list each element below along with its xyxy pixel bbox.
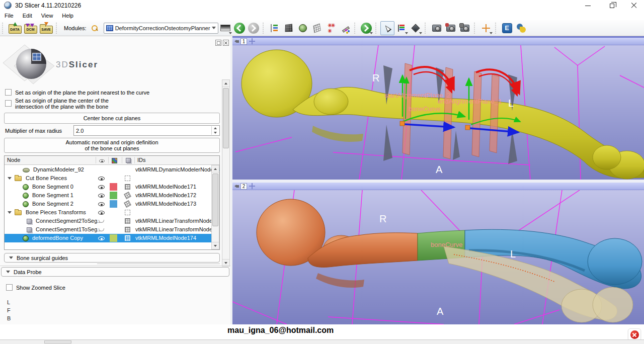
markups-button[interactable] — [324, 21, 338, 35]
diamond-tool-button[interactable] — [409, 21, 423, 35]
table-row-bone-segment-0[interactable]: Bone Segment 0 vtkMRMLModelNode171 — [5, 183, 211, 191]
table-row-connectsegment1[interactable]: ConnectSegment1ToSeg... vtkMRMLLinearTra… — [5, 225, 211, 234]
view-layout-button[interactable] — [268, 21, 282, 35]
module-search-button[interactable] — [89, 21, 101, 35]
auto-normal-origin-button[interactable]: Automatic normal and origin definition o… — [4, 138, 220, 153]
table-row-connectsegment2[interactable]: ConnectSegment2ToSeg... vtkMRMLLinearTra… — [5, 217, 211, 225]
pin-icon[interactable] — [234, 185, 239, 188]
sphere-view-button[interactable] — [296, 21, 310, 35]
module-forward-button[interactable] — [247, 21, 261, 35]
view1-header[interactable]: 1 — [232, 38, 644, 45]
table-row-bone-pieces-transforms[interactable]: Bone Pieces Transforms — [5, 208, 211, 217]
toolbar-handle — [56, 23, 59, 34]
scrollbar-thumb[interactable] — [212, 174, 218, 226]
chevron-down-icon — [490, 32, 493, 34]
orientation-a: A — [436, 164, 443, 175]
view-controller-icon[interactable] — [249, 38, 255, 44]
visibility-closed-eye-icon[interactable] — [99, 220, 104, 223]
menu-file[interactable]: File — [0, 11, 18, 20]
origin-center-checkbox[interactable] — [5, 100, 12, 107]
multiplier-spinbox[interactable]: 2.0 — [73, 125, 220, 136]
visibility-eye-icon[interactable] — [98, 202, 105, 206]
load-dicom-button[interactable]: DCM — [23, 21, 38, 35]
visibility-eye-icon[interactable] — [98, 236, 105, 240]
transform-grid-icon[interactable] — [125, 235, 130, 241]
table-row-cut-bone-pieces[interactable]: Cut Bone Pieces — [5, 174, 211, 183]
view1-3d[interactable]: startAlignmentPlane_2 endAlignmentPlane_… — [232, 45, 644, 180]
table-row-bone-segment-2[interactable]: Bone Segment 2 vtkMRMLModelNode173 — [5, 200, 211, 208]
scroll-down-arrow[interactable] — [212, 242, 219, 249]
python-console-button[interactable] — [514, 21, 528, 35]
visibility-eye-icon[interactable] — [98, 177, 105, 181]
minimize-button[interactable] — [578, 0, 598, 11]
table-row-bone-segment-1[interactable]: Bone Segment 1 vtkMRMLModelNode172 — [5, 191, 211, 200]
data-probe-section[interactable]: Data Probe — [1, 267, 229, 277]
transform-placeholder-icon[interactable] — [125, 176, 130, 181]
center-bone-cut-planes-button[interactable]: Center bone cut planes — [4, 113, 220, 124]
module-back-button[interactable] — [232, 21, 247, 35]
color-swatch[interactable] — [110, 200, 117, 208]
panel-splitter[interactable] — [0, 266, 230, 266]
pin-icon[interactable] — [234, 40, 239, 43]
color-swatch[interactable] — [110, 183, 117, 191]
module-panel-scrollbar[interactable] — [222, 79, 230, 267]
expander-icon[interactable] — [8, 177, 12, 180]
restore-button[interactable] — [602, 0, 622, 11]
scene-view-capture-button[interactable] — [444, 21, 458, 35]
load-data-button[interactable]: DATA — [7, 21, 23, 35]
spinbox-arrows[interactable] — [211, 126, 219, 135]
scrollbar-thumb[interactable] — [223, 88, 229, 148]
origin-nearest-checkbox[interactable] — [5, 89, 12, 96]
menu-help[interactable]: Help — [57, 11, 78, 20]
panel-undock-button[interactable] — [215, 40, 221, 46]
go-to-module-button[interactable] — [359, 21, 373, 35]
crosshair-button[interactable] — [479, 21, 493, 35]
mesh-view-button[interactable] — [310, 21, 324, 35]
menu-view[interactable]: View — [37, 11, 58, 20]
scroll-down-arrow[interactable] — [222, 259, 229, 266]
view2-3d[interactable]: boneCurve R L A — [232, 190, 644, 324]
color-legend-button[interactable] — [394, 21, 409, 35]
transform-icon — [27, 227, 32, 232]
visibility-eye-icon[interactable] — [98, 194, 105, 198]
table-row-deformedbone-copy-selected[interactable]: deformedBone Copy vtkMRMLModelNode174 — [5, 234, 211, 242]
close-button[interactable] — [624, 0, 644, 11]
screenshot-button[interactable] — [430, 21, 444, 35]
node-label: ConnectSegment2ToSeg... — [36, 218, 102, 224]
transform-grid-icon[interactable] — [124, 192, 131, 199]
transform-grid-icon[interactable] — [125, 184, 130, 190]
extensions-manager-button[interactable] — [500, 21, 514, 35]
visibility-eye-icon[interactable] — [98, 211, 105, 215]
annotation-pen-button[interactable] — [338, 21, 352, 35]
color-swatch[interactable] — [110, 192, 117, 199]
save-button[interactable]: SAVE — [38, 21, 54, 35]
transform-placeholder-icon[interactable] — [125, 210, 130, 215]
layout-list-icon — [271, 24, 279, 32]
menu-edit[interactable]: Edit — [18, 11, 37, 20]
tree-scrollbar[interactable] — [211, 165, 219, 249]
mouse-interaction-button[interactable] — [380, 21, 394, 35]
folder-icon — [15, 176, 22, 181]
scene-view-restore-button[interactable] — [458, 21, 472, 35]
visibility-eye-icon[interactable] — [98, 185, 105, 189]
module-selector-dropdown[interactable]: DeformityCorrectionOsteotomyPlanner — [104, 23, 218, 34]
view-controller-icon[interactable] — [249, 183, 255, 189]
tree-header[interactable]: Node IDs — [5, 156, 219, 165]
scroll-up-arrow[interactable] — [222, 80, 229, 87]
cube-view-button[interactable] — [282, 21, 296, 35]
expander-icon[interactable] — [8, 211, 12, 214]
transform-grid-icon[interactable] — [124, 200, 131, 208]
scroll-up-arrow[interactable] — [212, 165, 219, 173]
color-swatch[interactable] — [110, 234, 117, 242]
visibility-closed-eye-icon[interactable] — [99, 228, 104, 231]
table-row-dynamicmodeler[interactable]: DynamicModeler_92 vtkMRMLDynamicModelerN… — [5, 165, 211, 174]
node-id: vtkMRMLModelNode174 — [135, 235, 196, 241]
panel-close-button[interactable] — [223, 40, 229, 46]
transform-grid-icon[interactable] — [125, 218, 130, 224]
transform-grid-icon[interactable] — [125, 227, 130, 232]
app-icon — [4, 2, 12, 9]
show-zoomed-slice-checkbox[interactable] — [6, 284, 13, 291]
view2-header[interactable]: 2 — [232, 183, 644, 190]
bone-surgical-guides-section[interactable]: Bone surgical guides — [4, 253, 220, 263]
layout-selector-button[interactable] — [218, 21, 232, 35]
